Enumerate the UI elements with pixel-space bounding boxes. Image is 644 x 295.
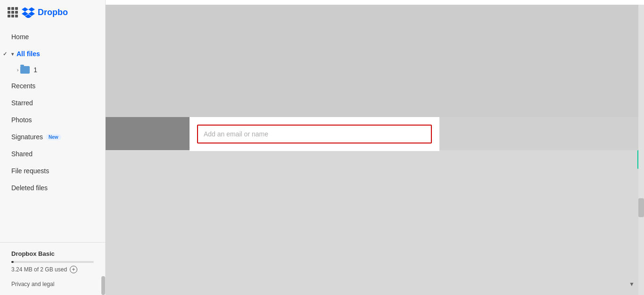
sidebar: Dropbo Home ▾ All files › 1 Recents Star… bbox=[0, 0, 106, 295]
storage-bar-fill bbox=[11, 261, 14, 263]
sidebar-item-shared[interactable]: Shared bbox=[0, 145, 105, 162]
add-storage-button[interactable]: + bbox=[70, 266, 77, 273]
storage-bar bbox=[11, 261, 94, 263]
main-content: ▼ bbox=[106, 0, 644, 295]
right-scrollbar-thumb[interactable] bbox=[638, 198, 644, 217]
dropbox-icon bbox=[22, 7, 35, 18]
sidebar-nav: Home ▾ All files › 1 Recents Starred Pho… bbox=[0, 25, 105, 242]
privacy-legal-link[interactable]: Privacy and legal bbox=[11, 281, 94, 287]
sidebar-item-home[interactable]: Home bbox=[0, 28, 105, 45]
bottom-overlay bbox=[106, 150, 644, 295]
sidebar-scrollbar-thumb[interactable] bbox=[101, 276, 105, 295]
sidebar-item-file-requests[interactable]: File requests bbox=[0, 162, 105, 179]
sidebar-item-deleted-files[interactable]: Deleted files bbox=[0, 179, 105, 196]
dark-panel bbox=[106, 117, 190, 151]
dropdown-arrow-icon[interactable]: ▼ bbox=[629, 281, 635, 287]
sidebar-item-recents[interactable]: Recents bbox=[0, 77, 105, 94]
email-name-input[interactable] bbox=[197, 125, 432, 143]
sidebar-footer: Dropbox Basic 3.24 MB of 2 GB used + Pri… bbox=[0, 242, 105, 295]
top-overlay bbox=[106, 0, 644, 117]
right-scrollbar[interactable] bbox=[638, 0, 644, 295]
plan-title: Dropbox Basic bbox=[11, 250, 94, 257]
new-badge: New bbox=[46, 134, 61, 140]
dropbox-brand-text: Dropbo bbox=[38, 8, 68, 17]
sidebar-item-signatures[interactable]: Signatures New bbox=[0, 128, 105, 145]
share-dialog-panel bbox=[190, 117, 439, 151]
sidebar-item-photos[interactable]: Photos bbox=[0, 111, 105, 128]
chevron-down-icon: ▾ bbox=[11, 51, 14, 57]
dropbox-logo: Dropbo bbox=[22, 7, 68, 18]
sidebar-header: Dropbo bbox=[0, 0, 105, 25]
sidebar-item-all-files[interactable]: ▾ All files bbox=[0, 45, 105, 62]
storage-text: 3.24 MB of 2 GB used + bbox=[11, 266, 94, 273]
grid-menu-icon[interactable] bbox=[8, 7, 18, 17]
sidebar-item-folder-1[interactable]: › 1 bbox=[0, 62, 105, 77]
folder-icon bbox=[20, 66, 30, 74]
folder-chevron-icon: › bbox=[17, 67, 18, 73]
sidebar-item-starred[interactable]: Starred bbox=[0, 94, 105, 111]
